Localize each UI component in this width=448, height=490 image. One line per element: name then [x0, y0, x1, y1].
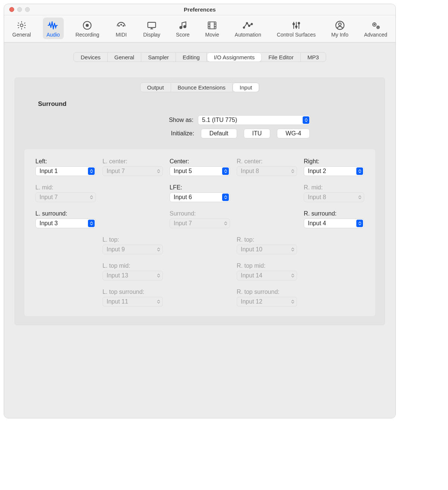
channel-label: R. mid:: [304, 184, 364, 191]
svg-rect-6: [148, 22, 156, 28]
tab-file-editor[interactable]: File Editor: [262, 53, 301, 62]
tab-mp3[interactable]: MP3: [301, 53, 326, 62]
chevron-updown-icon: [356, 194, 363, 201]
chevron-updown-icon: [222, 194, 229, 201]
sliders-icon: [290, 20, 303, 31]
titlebar: Preferences: [4, 4, 395, 15]
channel-lfe-popup[interactable]: Input 6: [170, 192, 230, 202]
svg-point-19: [373, 23, 376, 26]
channel-value: Input 13: [107, 272, 128, 279]
toolbar-my-info[interactable]: My Info: [328, 18, 352, 39]
channel-right-popup[interactable]: Input 2: [304, 166, 364, 176]
initialize-row: Initialize: Default ITU WG-4: [90, 129, 310, 138]
tab-general[interactable]: General: [108, 53, 141, 62]
initialize-label: Initialize:: [90, 130, 194, 137]
tab-sampler[interactable]: Sampler: [141, 53, 176, 62]
channel-lsurr-popup[interactable]: Input 3: [35, 219, 96, 228]
channel-label: LFE:: [170, 184, 230, 191]
toolbar-advanced[interactable]: Advanced: [360, 18, 391, 39]
chevron-updown-icon: [88, 220, 95, 227]
channel-value: Input 12: [241, 298, 262, 305]
channel-lcenter: L. center:Input 7: [102, 158, 163, 176]
toolbar-audio[interactable]: Audio: [43, 18, 64, 39]
showas-label: Show as:: [89, 117, 193, 123]
close-window-button[interactable]: [9, 7, 14, 12]
toolbar-label: Score: [176, 32, 190, 38]
chevron-updown-icon: [289, 298, 296, 305]
channel-label: R. top surround:: [237, 289, 297, 295]
svg-point-4: [121, 24, 122, 25]
channel-center-popup[interactable]: Input 5: [170, 166, 230, 176]
svg-point-14: [293, 23, 294, 25]
channel-center: Center:Input 5: [170, 158, 230, 176]
channel-value: Input 3: [40, 220, 58, 227]
showas-row: Show as: 5.1 (ITU 775): [89, 115, 310, 125]
movie-icon: [206, 20, 218, 31]
channel-rcenter: R. center:Input 8: [237, 158, 297, 176]
channel-value: Input 2: [308, 168, 326, 175]
window-controls: [9, 7, 30, 12]
channel-value: Input 9: [107, 246, 125, 253]
channel-label: R. top:: [237, 236, 297, 243]
channel-rsurr-popup[interactable]: Input 4: [304, 219, 364, 228]
preferences-window: Preferences General Audio Recording MIDI…: [4, 4, 396, 418]
tab-editing[interactable]: Editing: [176, 53, 207, 62]
channel-left-popup[interactable]: Input 1: [35, 166, 96, 176]
svg-point-3: [119, 25, 119, 26]
minimize-window-button[interactable]: [17, 7, 22, 12]
io-subtabs: Output Bounce Extensions Input: [140, 82, 260, 92]
channel-label: L. center:: [102, 158, 163, 165]
channel-surr-popup: Input 7: [170, 219, 230, 228]
channel-value: Input 11: [107, 298, 128, 305]
tab-devices[interactable]: Devices: [74, 53, 107, 62]
channel-rmid-popup: Input 8: [304, 192, 364, 202]
svg-point-22: [378, 27, 378, 28]
svg-point-15: [296, 26, 297, 27]
channel-ltopsurr: L. top surround:Input 11: [102, 289, 163, 307]
channel-label: Left:: [35, 158, 96, 165]
tab-input[interactable]: Input: [233, 83, 259, 92]
init-itu-button[interactable]: ITU: [244, 129, 271, 138]
channel-value: Input 7: [40, 194, 58, 201]
score-icon: [176, 20, 189, 31]
toolbar-display[interactable]: Display: [139, 18, 164, 39]
toolbar-automation[interactable]: Automation: [231, 18, 265, 39]
svg-point-20: [374, 24, 375, 25]
chevron-updown-icon: [289, 167, 296, 175]
chevron-updown-icon: [356, 220, 363, 227]
init-default-button[interactable]: Default: [201, 129, 237, 138]
channel-rtop-popup: Input 10: [237, 245, 297, 254]
toolbar-general[interactable]: General: [9, 18, 35, 39]
chevron-updown-icon: [155, 167, 162, 175]
channel-value: Input 8: [308, 194, 326, 201]
chevron-updown-icon: [303, 116, 309, 124]
toolbar-movie[interactable]: Movie: [202, 18, 223, 39]
channel-rtopsurr-popup: Input 12: [237, 297, 297, 307]
chevron-updown-icon: [289, 246, 296, 253]
display-icon: [145, 20, 158, 31]
showas-popup[interactable]: 5.1 (ITU 775): [198, 115, 310, 125]
svg-point-5: [123, 25, 124, 26]
chevron-updown-icon: [155, 272, 162, 279]
toolbar-control-surfaces[interactable]: Control Surfaces: [273, 18, 319, 39]
tab-io-assignments[interactable]: I/O Assignments: [207, 53, 261, 62]
init-wg4-button[interactable]: WG-4: [277, 129, 310, 138]
person-circle-icon: [334, 20, 346, 31]
tab-output[interactable]: Output: [141, 83, 171, 92]
channel-ltopsurr-popup: Input 11: [102, 297, 163, 307]
io-assignments-panel: Output Bounce Extensions Input Surround …: [15, 78, 385, 325]
toolbar-recording[interactable]: Recording: [72, 18, 103, 39]
zoom-window-button[interactable]: [25, 7, 30, 12]
channel-label: R. center:: [237, 158, 297, 165]
gears-icon: [369, 20, 382, 31]
tab-bounce-extensions[interactable]: Bounce Extensions: [171, 83, 233, 92]
chevron-updown-icon: [222, 167, 229, 175]
chevron-updown-icon: [88, 167, 95, 175]
audio-tabs: Devices General Sampler Editing I/O Assi…: [73, 52, 326, 62]
toolbar-midi[interactable]: MIDI: [111, 18, 131, 39]
showas-value: 5.1 (ITU 775): [202, 117, 237, 123]
toolbar-score[interactable]: Score: [172, 18, 193, 39]
channel-ltopmid-popup: Input 13: [102, 271, 163, 280]
svg-point-16: [298, 22, 300, 24]
channel-rsurr: R. surround:Input 4: [304, 210, 364, 228]
